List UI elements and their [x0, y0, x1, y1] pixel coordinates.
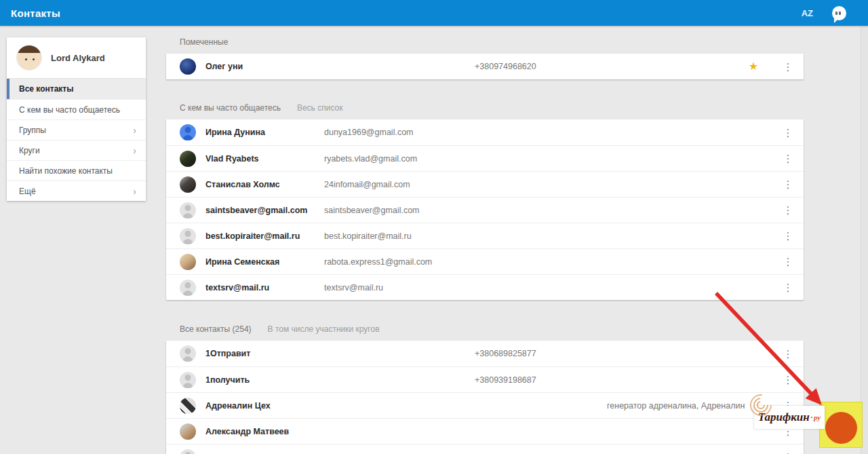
- contact-name: textsrv@mail.ru: [205, 283, 324, 292]
- contact-phone: +380974968620: [475, 62, 607, 71]
- appbar-actions: AZ: [802, 6, 857, 20]
- row-menu-button[interactable]: ⋮: [782, 128, 794, 138]
- row-menu-button[interactable]: ⋮: [782, 153, 794, 164]
- chevron-right-icon: ›: [133, 146, 136, 155]
- row-menu-button[interactable]: ⋮: [782, 282, 794, 292]
- contact-avatar: [180, 423, 196, 440]
- avatar-cell: [166, 124, 205, 140]
- row-menu-button[interactable]: ⋮: [782, 205, 794, 215]
- contact-row[interactable]: best.kopiraiter@mail.ru best.kopiraiter@…: [166, 223, 804, 248]
- sidebar-item-label: Круги: [19, 146, 40, 155]
- three-dot-menu-icon: ⋮: [783, 62, 793, 72]
- full-list-link[interactable]: Весь список: [297, 103, 343, 113]
- contact-row[interactable]: saintsbeaver@gmail.com saintsbeaver@gmai…: [166, 197, 804, 223]
- section-header-frequent: С кем вы часто общаетесь Весь список: [166, 103, 804, 113]
- contact-row[interactable]: Ирина Дунина dunya1969@gmail.com ⋮: [166, 119, 804, 145]
- contact-name: 1получить: [205, 375, 324, 385]
- contact-email: saintsbeaver@gmail.com: [324, 206, 475, 215]
- avatar-cell: [166, 202, 205, 219]
- contact-name: Олег уни: [205, 62, 324, 71]
- contact-row[interactable]: textsrv@mail.ru textsrv@mail.ru ⋮: [166, 274, 804, 300]
- contact-row[interactable]: Ирина Семенская rabota.express1@gmail.co…: [166, 248, 804, 274]
- contact-row[interactable]: Станислав Холмс 24infomail@gmail.com ⋮: [166, 171, 804, 197]
- sidebar-item-all-contacts[interactable]: Все контакты: [7, 79, 146, 99]
- contact-email: ryabets.vlad@gmail.com: [324, 154, 475, 164]
- contact-avatar: [180, 151, 196, 167]
- row-menu-button[interactable]: ⋮: [782, 257, 794, 267]
- three-dot-menu-icon: ⋮: [783, 257, 793, 267]
- three-dot-menu-icon: ⋮: [783, 205, 793, 215]
- sidebar-item-groups[interactable]: Группы ›: [7, 119, 146, 140]
- star-slot: ★: [745, 61, 762, 72]
- sidebar-item-find-duplicates[interactable]: Найти похожие контакты: [7, 160, 146, 181]
- sidebar-item-frequent[interactable]: С кем вы часто общаетесь: [7, 99, 146, 119]
- contact-row[interactable]: ⋮: [166, 444, 804, 454]
- contact-email: best.kopiraiter@mail.ru: [324, 231, 475, 241]
- contact-name: Ирина Семенская: [205, 257, 324, 267]
- contact-name: Станислав Холмс: [205, 180, 324, 189]
- row-menu-button[interactable]: ⋮: [782, 375, 794, 385]
- sort-az-icon[interactable]: AZ: [802, 8, 813, 18]
- contact-phone: +380689825877: [475, 349, 607, 358]
- contact-avatar: [180, 124, 196, 140]
- avatar-cell: [166, 372, 205, 388]
- section-header-starred: Помеченные: [166, 37, 804, 47]
- contact-email: 24infomail@gmail.com: [324, 180, 475, 189]
- watermark: Тарифкин·ру: [754, 406, 825, 429]
- sidebar-item-more[interactable]: Ещё ›: [7, 181, 146, 201]
- three-dot-menu-icon: ⋮: [783, 282, 793, 292]
- contact-name: saintsbeaver@gmail.com: [205, 206, 324, 215]
- contact-avatar: [180, 345, 196, 362]
- contact-row[interactable]: Олег уни +380974968620 ★ ⋮: [166, 54, 804, 79]
- app-bar: Контакты AZ: [0, 0, 868, 26]
- contact-avatar: [180, 176, 196, 193]
- three-dot-menu-icon: ⋮: [783, 128, 793, 138]
- contact-avatar: [180, 254, 196, 270]
- row-menu-button[interactable]: ⋮: [782, 179, 794, 189]
- vertical-scrollbar[interactable]: [861, 26, 868, 454]
- avatar-cell: [166, 449, 205, 454]
- avatar-cell: [166, 345, 205, 362]
- sidebar: Lord Alykard Все контакты С кем вы часто…: [7, 37, 146, 201]
- profile-name: Lord Alykard: [51, 53, 105, 63]
- avatar-cell: [166, 151, 205, 167]
- row-menu-button[interactable]: ⋮: [782, 349, 794, 359]
- row-menu-button[interactable]: ⋮: [782, 231, 794, 241]
- watermark-domain: ру: [814, 413, 821, 421]
- contact-row[interactable]: Адреналин Цех генератор адреналина, Адре…: [166, 392, 804, 418]
- feedback-balloon-icon[interactable]: [832, 6, 846, 20]
- contact-avatar: [180, 202, 196, 219]
- chevron-right-icon: ›: [133, 187, 136, 196]
- sidebar-item-label: Все контакты: [19, 84, 73, 94]
- contact-row[interactable]: Vlad Ryabets ryabets.vlad@gmail.com ⋮: [166, 145, 804, 171]
- star-icon[interactable]: ★: [749, 61, 758, 72]
- contact-avatar: [180, 228, 196, 244]
- avatar-cell: [166, 280, 205, 296]
- avatar-cell: [166, 423, 205, 440]
- contact-avatar: [180, 398, 196, 414]
- contact-row[interactable]: 1Отправит +380689825877 ⋮: [166, 341, 804, 366]
- section-title: С кем вы часто общаетесь: [180, 103, 281, 113]
- add-contact-fab[interactable]: [825, 412, 857, 444]
- contact-row[interactable]: 1получить +380939198687 ⋮: [166, 366, 804, 392]
- page-title: Контакты: [11, 7, 60, 19]
- contact-avatar: [180, 58, 196, 75]
- avatar-cell: [166, 176, 205, 193]
- avatar-cell: [166, 254, 205, 270]
- section-header-all-contacts: Все контакты (254) В том числе участники…: [166, 324, 804, 334]
- row-menu-button[interactable]: ⋮: [782, 62, 794, 72]
- contact-name: 1Отправит: [205, 349, 324, 358]
- contacts-main: Помеченные Олег уни +380974968620 ★ ⋮ С …: [166, 26, 804, 454]
- three-dot-menu-icon: ⋮: [783, 375, 793, 385]
- sidebar-item-label: С кем вы часто общаетесь: [19, 105, 120, 115]
- contact-row[interactable]: Александр Матвеев ⋮: [166, 418, 804, 444]
- sidebar-item-circles[interactable]: Круги ›: [7, 140, 146, 160]
- contact-email: dunya1969@gmail.com: [324, 128, 475, 137]
- sidebar-item-label: Группы: [19, 126, 46, 135]
- profile-avatar: [16, 45, 42, 71]
- starred-card: Олег уни +380974968620 ★ ⋮: [166, 54, 804, 79]
- avatar-cell: [166, 58, 205, 75]
- three-dot-menu-icon: ⋮: [783, 153, 793, 164]
- profile-row[interactable]: Lord Alykard: [7, 37, 146, 79]
- contact-name: Ирина Дунина: [205, 128, 324, 137]
